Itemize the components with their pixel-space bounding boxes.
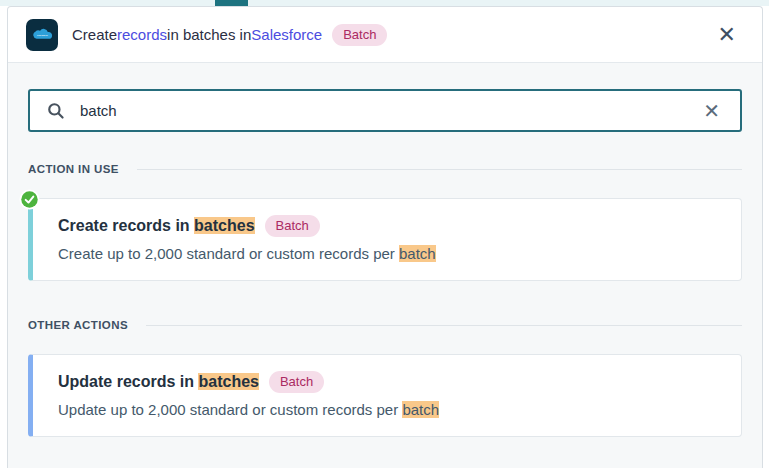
clear-search-icon[interactable]: ✕: [697, 99, 726, 123]
search-match-highlight: batches: [194, 217, 254, 234]
modal-body: ✕ ACTION IN USE Create records in batche…: [8, 63, 762, 437]
search-icon: [47, 102, 65, 120]
section-label: ACTION IN USE: [28, 163, 119, 175]
section-label: OTHER ACTIONS: [28, 319, 128, 331]
search-match-highlight: batches: [198, 373, 258, 390]
section-other-actions: OTHER ACTIONS: [28, 319, 742, 331]
salesforce-app-icon: salesforce: [26, 19, 58, 51]
action-card-update-records[interactable]: Update records in batches Batch Update u…: [28, 354, 742, 437]
card-description: Create up to 2,000 standard or custom re…: [58, 245, 721, 262]
search-match-highlight: batch: [399, 245, 436, 262]
close-icon[interactable]: ✕: [712, 20, 742, 50]
salesforce-cloud-icon: salesforce: [31, 26, 54, 43]
modal-title: Create records in batches in Salesforce …: [72, 24, 387, 46]
card-wrapper-update: Update records in batches Batch Update u…: [28, 354, 742, 437]
action-picker-modal: salesforce Create records in batches in …: [7, 6, 763, 468]
section-divider: [146, 325, 742, 326]
batch-badge: Batch: [265, 215, 320, 237]
card-description: Update up to 2,000 standard or custom re…: [58, 401, 721, 418]
search-input[interactable]: [80, 102, 697, 119]
batch-badge: Batch: [332, 24, 387, 46]
card-title: Update records in batches: [58, 373, 259, 391]
svg-text:salesforce: salesforce: [37, 34, 49, 37]
batch-badge: Batch: [269, 371, 324, 393]
title-text-1: Create: [72, 26, 117, 43]
selected-check-icon: [19, 189, 40, 210]
action-card-create-records[interactable]: Create records in batches Batch Create u…: [28, 198, 742, 281]
section-divider: [137, 169, 742, 170]
title-text-2: in batches in: [167, 26, 251, 43]
card-title: Create records in batches: [58, 217, 255, 235]
card-title-row: Create records in batches Batch: [58, 215, 721, 237]
section-action-in-use: ACTION IN USE: [28, 163, 742, 175]
card-wrapper-create: Create records in batches Batch Create u…: [28, 198, 742, 281]
search-match-highlight: batch: [402, 401, 439, 418]
modal-header: salesforce Create records in batches in …: [8, 7, 762, 63]
card-title-row: Update records in batches Batch: [58, 371, 721, 393]
search-box[interactable]: ✕: [28, 89, 742, 132]
title-link-records[interactable]: records: [117, 26, 167, 43]
title-link-salesforce[interactable]: Salesforce: [251, 26, 322, 43]
